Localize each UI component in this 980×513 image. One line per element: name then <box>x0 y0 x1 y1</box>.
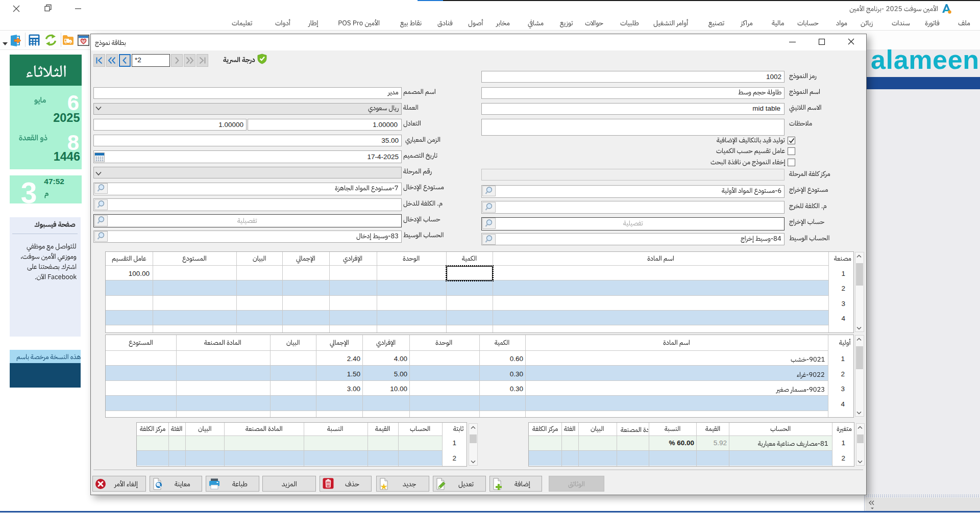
svg-text:alameen: alameen <box>871 45 979 74</box>
